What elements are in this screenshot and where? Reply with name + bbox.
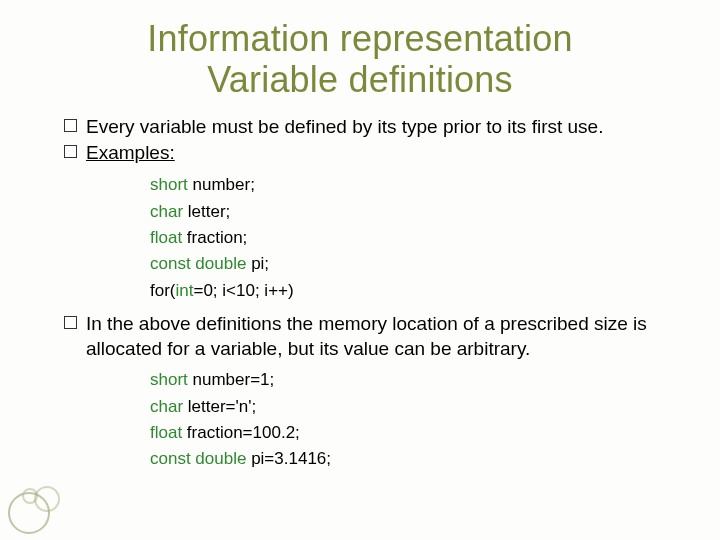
keyword: int (176, 281, 194, 300)
code-text: pi=3.1416; (246, 449, 331, 468)
keyword: float (150, 228, 182, 247)
code-text: for( (150, 281, 176, 300)
code-line: for(int=0; i<10; i++) (150, 278, 680, 304)
bullet-2: Examples: (64, 141, 680, 166)
code-text: letter; (183, 202, 230, 221)
bullet-2-text: Examples: (86, 142, 175, 163)
bullet-1: Every variable must be defined by its ty… (64, 115, 680, 140)
slide: Information representation Variable defi… (0, 0, 720, 540)
keyword: const double (150, 449, 246, 468)
circle-icon (22, 488, 38, 504)
code-block-1: short number; char letter; float fractio… (150, 172, 680, 304)
keyword: const double (150, 254, 246, 273)
code-text: fraction; (182, 228, 247, 247)
bullet-box-icon (64, 316, 77, 329)
keyword: short (150, 370, 188, 389)
bullet-box-icon (64, 119, 77, 132)
code-text: letter='n'; (183, 397, 256, 416)
circle-icon (34, 486, 60, 512)
code-line: char letter; (150, 199, 680, 225)
code-line: float fraction; (150, 225, 680, 251)
keyword: char (150, 397, 183, 416)
code-line: const double pi; (150, 251, 680, 277)
code-line: short number; (150, 172, 680, 198)
corner-decoration (8, 478, 64, 534)
code-line: float fraction=100.2; (150, 420, 680, 446)
bullet-box-icon (64, 145, 77, 158)
code-text: number; (188, 175, 255, 194)
bullet-1-text: Every variable must be defined by its ty… (86, 116, 603, 137)
code-block-2: short number=1; char letter='n'; float f… (150, 367, 680, 472)
code-text: fraction=100.2; (182, 423, 300, 442)
slide-title: Information representation Variable defi… (40, 18, 680, 101)
code-line: short number=1; (150, 367, 680, 393)
title-line-1: Information representation (147, 18, 572, 59)
bullet-3-text: In the above definitions the memory loca… (86, 313, 647, 359)
code-line: const double pi=3.1416; (150, 446, 680, 472)
code-text: pi; (246, 254, 269, 273)
bullet-list: Every variable must be defined by its ty… (64, 115, 680, 473)
keyword: short (150, 175, 188, 194)
code-text: number=1; (188, 370, 274, 389)
keyword: float (150, 423, 182, 442)
bullet-3: In the above definitions the memory loca… (64, 312, 680, 361)
title-line-2: Variable definitions (207, 59, 513, 100)
keyword: char (150, 202, 183, 221)
code-line: char letter='n'; (150, 394, 680, 420)
code-text: =0; i<10; i++) (193, 281, 293, 300)
